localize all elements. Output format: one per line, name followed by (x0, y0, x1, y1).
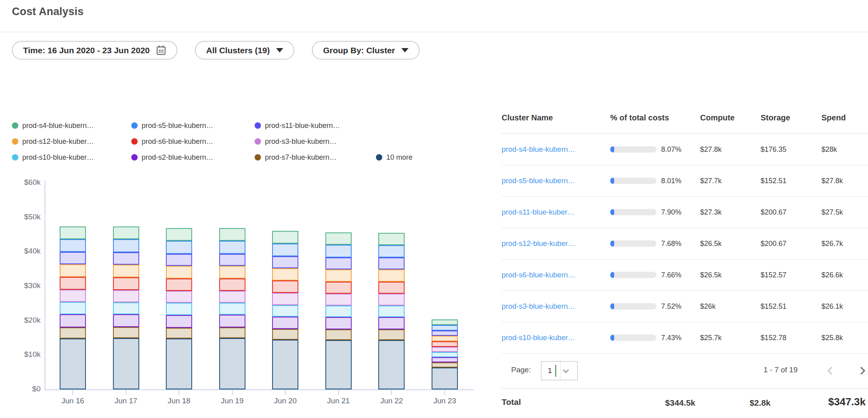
bar-segment[interactable] (219, 338, 245, 389)
bar-segment[interactable] (219, 241, 245, 254)
bar-segment[interactable] (113, 226, 139, 239)
bar-segment[interactable] (325, 245, 352, 257)
bar-segment[interactable] (378, 257, 405, 269)
bar-segment[interactable] (219, 228, 245, 241)
bar-segment[interactable] (432, 325, 458, 331)
pct-progress-fill (610, 303, 614, 310)
bar-segment[interactable] (272, 281, 298, 293)
bar-segment[interactable] (325, 329, 352, 340)
bar-segment[interactable] (113, 327, 139, 338)
bar-segment[interactable] (272, 244, 298, 256)
bar-segment[interactable] (113, 338, 139, 389)
bar-segment[interactable] (432, 341, 458, 347)
cluster-name-link[interactable]: prod-s10-blue-kuber… (502, 333, 575, 342)
bar-segment[interactable] (166, 291, 192, 303)
bar-segment[interactable] (166, 254, 192, 266)
bar-segment[interactable] (325, 257, 352, 269)
bar-segment[interactable] (219, 303, 245, 314)
bar-segment[interactable] (60, 290, 86, 302)
bar-segment[interactable] (113, 290, 139, 302)
bar-segment[interactable] (325, 306, 352, 317)
bar-segment[interactable] (378, 306, 405, 317)
bar-segment[interactable] (166, 228, 192, 241)
bar-segment[interactable] (60, 339, 86, 389)
bar-segment[interactable] (219, 315, 245, 327)
cluster-name-link[interactable]: prod-s3-blue-kubern… (502, 302, 575, 310)
pct-of-total-cell: 8.07% (610, 145, 700, 154)
cluster-name-link[interactable]: prod-s12-blue-kuber… (502, 239, 575, 248)
bar-segment[interactable] (166, 303, 192, 315)
bar-segment[interactable] (432, 352, 458, 357)
next-page-button[interactable] (857, 367, 865, 375)
bar-segment[interactable] (166, 241, 192, 254)
bar-segment[interactable] (378, 282, 405, 294)
bar-segment[interactable] (432, 368, 458, 389)
bar-segment[interactable] (166, 315, 192, 328)
bar-segment[interactable] (113, 265, 139, 277)
bar-segment[interactable] (60, 226, 86, 239)
cluster-name-link[interactable]: prod-s11-blue-kuber… (502, 208, 575, 216)
bar-segment[interactable] (432, 336, 458, 341)
bar-segment[interactable] (272, 329, 298, 340)
bar-segment[interactable] (432, 331, 458, 336)
spend-value: $28k (821, 145, 868, 154)
bar-segment[interactable] (166, 339, 192, 389)
storage-value: $152.51 (761, 302, 821, 311)
bar-segment[interactable] (219, 254, 245, 266)
pct-progress-bar (610, 303, 656, 310)
bar-segment[interactable] (432, 347, 458, 352)
bar-segment[interactable] (378, 317, 405, 329)
bar-segment[interactable] (113, 239, 139, 252)
bar-segment[interactable] (219, 279, 245, 291)
bar-segment[interactable] (166, 266, 192, 279)
bar-segment[interactable] (432, 319, 458, 325)
bar-segment[interactable] (272, 231, 298, 243)
bar-segment[interactable] (325, 232, 352, 245)
bar-segment[interactable] (60, 239, 86, 252)
bar-segment[interactable] (272, 340, 298, 389)
bar-segment[interactable] (432, 357, 458, 363)
bar-segment[interactable] (60, 327, 86, 339)
bar-segment[interactable] (378, 269, 405, 282)
bar-segment[interactable] (272, 317, 298, 329)
bar-segment[interactable] (378, 294, 405, 305)
bar-segment[interactable] (325, 269, 352, 282)
bar-segment[interactable] (166, 328, 192, 339)
table-total-row: Total $344.5k $2.8k $347.3k (502, 389, 868, 418)
bar-segment[interactable] (325, 340, 352, 389)
bar-segment[interactable] (60, 277, 86, 289)
bar-segment[interactable] (113, 277, 139, 290)
bar-segment[interactable] (60, 314, 86, 327)
bar-segment[interactable] (432, 362, 458, 367)
bar-segment[interactable] (113, 314, 139, 327)
prev-page-button[interactable] (827, 367, 835, 375)
bar-segment[interactable] (272, 305, 298, 317)
cluster-name-link[interactable]: prod-s5-blue-kubern… (502, 176, 575, 185)
cluster-name-link[interactable]: prod-s6-blue-kubern… (502, 271, 575, 279)
bar-segment[interactable] (219, 266, 245, 279)
bar-segment[interactable] (272, 293, 298, 305)
bar-segment[interactable] (272, 268, 298, 281)
bar-segment[interactable] (378, 340, 405, 389)
bar-segment[interactable] (60, 252, 86, 264)
cluster-name-link[interactable]: prod-s4-blue-kubern… (502, 145, 575, 153)
bar-segment[interactable] (166, 279, 192, 291)
bar-segment[interactable] (325, 282, 352, 294)
column-header-storage: Storage (761, 113, 821, 122)
page-select[interactable]: 1 (541, 361, 578, 380)
bar-segment[interactable] (60, 302, 86, 314)
bar-segment[interactable] (378, 329, 405, 340)
bar-segment[interactable] (378, 245, 405, 257)
bar-segment[interactable] (60, 264, 86, 277)
bar-segment[interactable] (219, 291, 245, 303)
bar-segment[interactable] (113, 252, 139, 265)
bar-segment[interactable] (378, 233, 405, 245)
bar-segment[interactable] (325, 317, 352, 329)
bar-segment[interactable] (113, 302, 139, 314)
text-cursor (555, 365, 556, 377)
x-axis-tick-label: Jun 21 (311, 397, 366, 405)
bar-segment[interactable] (219, 327, 245, 338)
bar-segment[interactable] (325, 294, 352, 305)
bar-segment[interactable] (272, 256, 298, 268)
pct-of-total-cell: 7.66% (610, 271, 700, 279)
